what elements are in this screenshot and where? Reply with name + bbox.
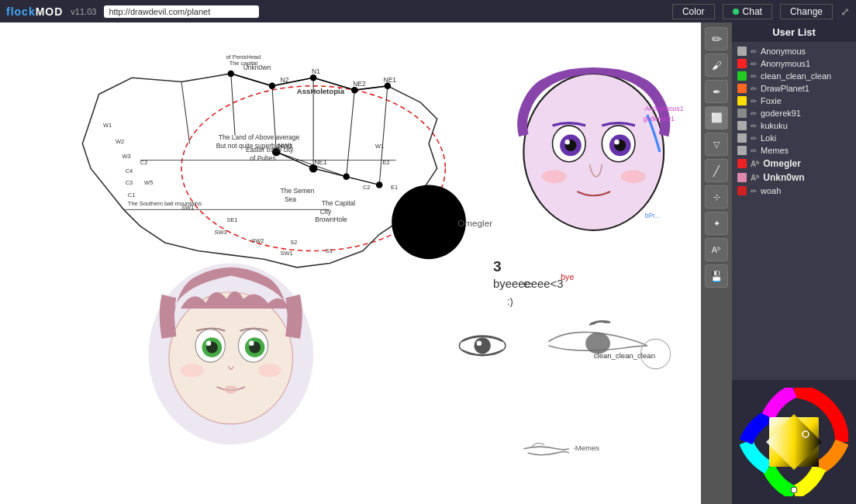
chat-label: Chat	[743, 6, 762, 17]
user-name: clean_clean_clean	[761, 71, 851, 81]
drawing-canvas[interactable]: Unkn0wn The capital of PenisHead N2 N1 N…	[0, 22, 701, 504]
user-name: DrawPlanet1	[761, 84, 851, 93]
svg-text:N2: N2	[281, 76, 289, 84]
svg-point-25	[343, 174, 350, 181]
svg-text:NE1: NE1	[384, 76, 397, 84]
svg-text:NE2: NE2	[353, 80, 366, 88]
user-color	[737, 121, 747, 130]
user-color	[737, 133, 747, 143]
eyedropper-tool[interactable]: ✦	[705, 212, 728, 235]
svg-point-19	[269, 83, 276, 90]
svg-text:But not quite superb penis: But not quite superb penis	[216, 142, 293, 150]
user-tool-icon: ✏	[751, 85, 757, 93]
line-tool[interactable]: ╱	[705, 159, 728, 182]
user-name: woah	[761, 186, 851, 195]
eraser-tool[interactable]: ⬜	[705, 106, 728, 129]
svg-point-77	[542, 170, 567, 183]
user-tool-icon: ✏	[751, 47, 757, 56]
svg-text:W1: W1	[375, 143, 384, 150]
user-tool-icon: Aᵇ	[751, 160, 759, 168]
svg-text:S2: S2	[290, 239, 297, 246]
svg-text:clean_clean_clean: clean_clean_clean	[594, 351, 655, 360]
svg-text:SW2: SW2	[251, 237, 264, 244]
user-color	[737, 84, 747, 93]
svg-text:W1: W1	[103, 122, 112, 129]
user-tool-icon: ✏	[751, 97, 757, 105]
svg-point-76	[614, 140, 619, 144]
svg-text:The Land of Above average: The Land of Above average	[219, 133, 300, 141]
fill-tool[interactable]: ▽	[705, 133, 728, 156]
svg-text:SW1: SW1	[281, 250, 293, 257]
user-row[interactable]: Aᵇ Unkn0wn	[735, 171, 853, 185]
svg-text:NE1: NE1	[314, 158, 327, 166]
svg-text:of Pubes: of Pubes	[250, 154, 276, 162]
svg-text:C3: C3	[126, 179, 133, 186]
chat-button[interactable]: Chat	[723, 4, 772, 19]
svg-point-68	[523, 74, 664, 230]
user-row[interactable]: ✏ Loki	[735, 132, 853, 144]
svg-text:goderek91: goderek91	[644, 115, 675, 123]
svg-text:bPr...: bPr...	[645, 212, 661, 219]
user-color	[737, 109, 747, 118]
url-display: http://drawdevil.com/planet	[104, 5, 259, 18]
svg-text:E2: E2	[382, 159, 389, 166]
color-wheel-area[interactable]	[732, 380, 856, 504]
user-row[interactable]: ✏ goderek91	[735, 107, 853, 119]
user-color	[737, 96, 747, 105]
chat-status-dot	[733, 9, 739, 15]
svg-text:The Capital: The Capital	[322, 199, 356, 207]
text-tool[interactable]: Aᵇ	[705, 238, 728, 261]
user-name: Anonymous1	[761, 59, 851, 68]
logo: flockMOD	[6, 5, 63, 18]
svg-text:Sea: Sea	[285, 195, 296, 203]
pen-tool[interactable]: ✒	[705, 80, 728, 103]
change-button[interactable]: Change	[780, 4, 833, 19]
user-row[interactable]: ✏ Memes	[735, 144, 853, 157]
tool-panel: ✏ 🖌 ✒ ⬜ ▽ ╱ ⊹ ✦ Aᵇ 💾	[701, 22, 732, 504]
user-tool-icon: ✏	[751, 109, 757, 118]
svg-text:The capital: The capital	[230, 60, 258, 67]
user-tool-icon: Aᵇ	[751, 174, 759, 182]
user-name: kukuku	[761, 121, 851, 130]
canvas-area[interactable]: Unkn0wn The capital of PenisHead N2 N1 N…	[0, 22, 701, 504]
user-row[interactable]: ✏ Anonymous1	[735, 57, 853, 70]
svg-text:N1: N1	[312, 67, 320, 75]
user-name: Unkn0wn	[763, 172, 851, 183]
svg-point-78	[621, 170, 646, 183]
svg-text:C4: C4	[126, 167, 133, 174]
svg-text:C:: C:	[523, 280, 532, 289]
user-tool-icon: ✏	[751, 187, 757, 195]
user-row[interactable]: ✏ kukuku	[735, 119, 853, 132]
color-button[interactable]: Color	[672, 4, 715, 19]
svg-text:C1: C1	[128, 192, 136, 198]
user-tool-icon: ✏	[751, 134, 757, 143]
save-tool[interactable]: 💾	[705, 264, 728, 288]
version-label: v11.03	[71, 7, 96, 16]
user-color	[737, 146, 747, 155]
user-row[interactable]: ✏ DrawPlanet1	[735, 82, 853, 95]
user-color	[737, 173, 747, 182]
user-color	[737, 59, 747, 68]
user-row[interactable]: ✏ woah	[735, 185, 853, 197]
user-name: Memes	[761, 146, 851, 155]
brush-tool[interactable]: 🖌	[705, 54, 728, 77]
color-wheel[interactable]	[740, 388, 848, 496]
user-tool-icon: ✏	[751, 122, 757, 130]
user-name: Anonymous	[761, 47, 851, 56]
user-row[interactable]: ✏ Anonymous	[735, 45, 853, 57]
svg-text:C2: C2	[140, 159, 148, 166]
svg-point-66	[392, 185, 466, 259]
user-color	[737, 71, 747, 81]
main-layout: Unkn0wn The capital of PenisHead N2 N1 N…	[0, 22, 856, 504]
right-panel: User List ✏ Anonymous ✏ Anonymous1 ✏ cle…	[732, 22, 856, 504]
select-tool[interactable]: ⊹	[705, 185, 728, 209]
svg-text:SW1: SW1	[181, 204, 194, 211]
svg-point-75	[565, 140, 570, 144]
user-row[interactable]: ✏ clean_clean_clean	[735, 70, 853, 82]
svg-text:SE1: SE1	[226, 216, 237, 223]
pencil-tool[interactable]: ✏	[705, 27, 728, 50]
user-row[interactable]: Aᵇ Omegler	[735, 157, 853, 171]
expand-icon[interactable]: ⤢	[840, 5, 850, 18]
svg-text:E1: E1	[391, 184, 398, 191]
user-row[interactable]: ✏ Foxie	[735, 95, 853, 107]
